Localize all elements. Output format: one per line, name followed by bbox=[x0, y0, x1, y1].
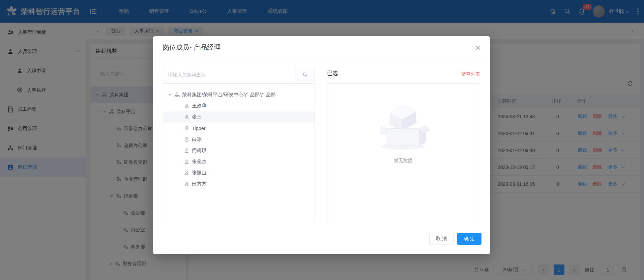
person-outline-icon bbox=[184, 159, 189, 164]
members-tree: 荣科集团/荣科平台/研发中心/产品部/产品部 王政华 张三 Tipper 白冰 bbox=[163, 84, 315, 189]
person-outline-icon bbox=[184, 148, 189, 153]
dialog-title: 岗位成员- 产品经理 bbox=[163, 43, 221, 52]
person-outline-icon bbox=[184, 103, 189, 108]
search-button[interactable] bbox=[295, 68, 315, 81]
member-name: 白冰 bbox=[192, 136, 202, 143]
clear-list-link[interactable]: 清空列表 bbox=[461, 71, 480, 77]
person-outline-icon bbox=[184, 114, 189, 120]
cancel-button[interactable]: 取 消 bbox=[429, 233, 453, 245]
tree-root-node[interactable]: 荣科集团/荣科平台/研发中心/产品部/产品部 bbox=[163, 89, 315, 100]
member-row[interactable]: 白冰 bbox=[163, 134, 315, 145]
member-row[interactable]: 张振山 bbox=[163, 167, 315, 178]
member-name: 张三 bbox=[192, 114, 202, 120]
member-name: 闫树琪 bbox=[192, 147, 207, 154]
candidates-panel: 荣科集团/荣科平台/研发中心/产品部/产品部 王政华 张三 Tipper 白冰 bbox=[163, 83, 315, 223]
org-node-icon bbox=[174, 92, 180, 98]
member-row[interactable]: 田方方 bbox=[163, 178, 315, 189]
person-outline-icon bbox=[184, 170, 189, 175]
app-screen: 荣科智行运营平台 考勤 销售管理 OA办公 人事管理 系统权限 41 杜世聪 bbox=[0, 0, 644, 280]
member-name: 王政华 bbox=[192, 103, 207, 109]
position-members-dialog: 岗位成员- 产品经理 × 已选 清空列表 荣科集团/荣科平台/研发中心/产品部/… bbox=[153, 36, 490, 254]
selected-panel-title: 已选 bbox=[327, 70, 338, 77]
selected-members-panel: 暂无数据 bbox=[327, 83, 479, 223]
person-outline-icon bbox=[184, 137, 189, 142]
caret-down-icon[interactable] bbox=[168, 94, 172, 96]
member-row[interactable]: 闫树琪 bbox=[163, 145, 315, 156]
member-row[interactable]: 王政华 bbox=[163, 100, 315, 111]
magnifier-icon bbox=[302, 72, 308, 77]
member-row[interactable]: 朱俊杰 bbox=[163, 156, 315, 167]
empty-state: 暂无数据 bbox=[327, 101, 479, 164]
dialog-header: 岗位成员- 产品经理 × bbox=[153, 36, 490, 59]
member-search-group bbox=[163, 68, 315, 81]
member-name: 田方方 bbox=[192, 181, 207, 187]
member-name: 张振山 bbox=[192, 170, 207, 176]
member-row-selected[interactable]: 张三 bbox=[163, 111, 315, 123]
empty-text: 暂无数据 bbox=[394, 158, 413, 164]
confirm-button[interactable]: 确 定 bbox=[457, 233, 481, 245]
empty-box-icon bbox=[372, 101, 434, 153]
close-icon[interactable]: × bbox=[475, 43, 480, 52]
member-name: Tipper bbox=[192, 126, 206, 131]
member-name: 朱俊杰 bbox=[192, 158, 207, 165]
person-outline-icon bbox=[184, 126, 189, 131]
member-row[interactable]: Tipper bbox=[163, 123, 315, 134]
member-search-input[interactable] bbox=[163, 68, 295, 81]
dialog-footer: 取 消 确 定 bbox=[153, 233, 490, 254]
tree-root-label: 荣科集团/荣科平台/研发中心/产品部/产品部 bbox=[182, 92, 275, 98]
person-outline-icon bbox=[184, 181, 189, 186]
